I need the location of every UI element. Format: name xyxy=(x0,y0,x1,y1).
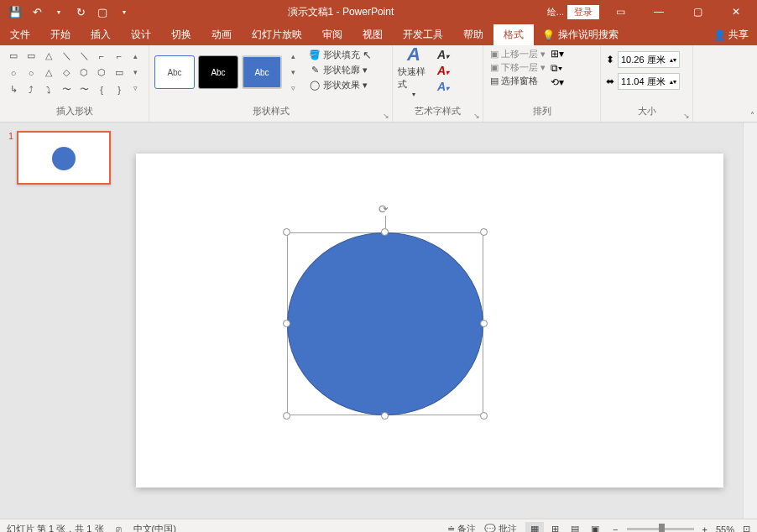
resize-handle-tl[interactable] xyxy=(283,228,290,236)
rotate-line xyxy=(385,216,386,228)
slideshow-button[interactable]: ▣ xyxy=(586,522,604,533)
redo-button[interactable]: ↻ xyxy=(70,2,91,22)
selected-shape[interactable]: ⟳ xyxy=(287,232,483,415)
align-button[interactable]: ⊞▾ xyxy=(551,48,564,60)
normal-view-button[interactable]: ▦ xyxy=(525,522,544,533)
share-button[interactable]: 👤 共享 xyxy=(705,24,757,45)
minimize-button[interactable]: — xyxy=(641,0,676,23)
send-backward-button[interactable]: ▣下移一层 ▾ xyxy=(488,61,547,74)
text-fill-button[interactable]: A▾ xyxy=(435,48,452,61)
style-gallery[interactable]: Abc Abc Abc ▴▾▿ xyxy=(154,48,299,96)
tab-help[interactable]: 帮助 xyxy=(453,24,493,45)
selection-pane-icon: ▤ xyxy=(490,76,499,86)
text-effects-button[interactable]: A▾ xyxy=(435,80,452,93)
qat-customize[interactable]: ▾ xyxy=(114,2,134,22)
shape-outline-button[interactable]: ✎形状轮廓 ▾ xyxy=(305,63,375,77)
ribbon-end: ˄ xyxy=(693,45,757,122)
height-icon: ⬍ xyxy=(606,54,614,65)
slide-editor[interactable]: ⟳ xyxy=(128,123,743,519)
shape-fill-label: 形状填充 xyxy=(323,49,360,61)
width-icon: ⬌ xyxy=(606,76,614,87)
tab-home[interactable]: 开始 xyxy=(40,24,81,45)
group-button[interactable]: ⧉▾ xyxy=(551,62,564,74)
vertical-scrollbar[interactable] xyxy=(743,123,757,519)
resize-handle-br[interactable] xyxy=(480,412,488,420)
resize-handle-b[interactable] xyxy=(381,412,389,420)
thumbnail-pane[interactable]: 1 xyxy=(0,123,128,519)
style-preset-2[interactable]: Abc xyxy=(198,55,238,89)
close-button[interactable]: ✕ xyxy=(718,0,754,23)
ribbon: ▭▭△＼＼⌐⌐ ○○△◇⬡⬡▭ ↳⤴⤵〜〜{} ▴▾▿ 插入形状 Abc Abc… xyxy=(0,45,757,123)
dialog-launcher[interactable]: ↘ xyxy=(683,112,690,120)
tab-view[interactable]: 视图 xyxy=(352,24,393,45)
quick-access-toolbar: 💾 ↶ ▾ ↻ ▢ ▾ xyxy=(0,2,134,22)
tab-design[interactable]: 设计 xyxy=(121,24,161,45)
selection-pane-button[interactable]: ▤选择窗格 xyxy=(488,75,547,87)
lightbulb-icon: 💡 xyxy=(542,29,555,41)
dialog-launcher[interactable]: ↘ xyxy=(473,112,480,120)
text-outline-button[interactable]: A▾ xyxy=(435,64,452,77)
group-insert-shapes: ▭▭△＼＼⌐⌐ ○○△◇⬡⬡▭ ↳⤴⤵〜〜{} ▴▾▿ 插入形状 xyxy=(0,45,149,122)
language-button[interactable]: 中文(中国) xyxy=(133,523,176,532)
resize-handle-l[interactable] xyxy=(283,320,290,327)
undo-button[interactable]: ↶ xyxy=(27,2,47,22)
notes-button[interactable]: ≐ 备注 xyxy=(447,523,476,532)
group-arrange: ▣上移一层 ▾ ▣下移一层 ▾ ▤选择窗格 ⊞▾ ⧉▾ ⟲▾ 排列 xyxy=(483,45,601,122)
reading-view-button[interactable]: ▤ xyxy=(566,522,584,533)
tab-insert[interactable]: 插入 xyxy=(81,24,121,45)
resize-handle-bl[interactable] xyxy=(283,412,290,420)
send-backward-icon: ▣ xyxy=(490,62,499,73)
shapes-gallery-more[interactable]: ▴▾▿ xyxy=(129,48,141,96)
tab-transitions[interactable]: 切换 xyxy=(161,24,201,45)
resize-handle-t[interactable] xyxy=(381,228,389,236)
contextual-tab-label: 绘... xyxy=(547,6,564,18)
slide-canvas[interactable]: ⟳ xyxy=(136,154,723,488)
rotate-handle[interactable]: ⟳ xyxy=(378,202,392,216)
slide-sorter-button[interactable]: ⊞ xyxy=(546,522,564,533)
collapse-ribbon-button[interactable]: ˄ xyxy=(750,111,754,120)
start-from-beginning-button[interactable]: ▢ xyxy=(92,2,112,22)
fit-to-window-button[interactable]: ⊡ xyxy=(743,524,750,532)
tab-developer[interactable]: 开发工具 xyxy=(393,24,453,45)
statusbar: 幻灯片 第 1 张，共 1 张 ⎚ 中文(中国) ≐ 备注 💬 批注 ▦ ⊞ ▤… xyxy=(0,519,757,532)
shape-effects-button[interactable]: ◯形状效果 ▾ xyxy=(305,78,375,92)
height-input[interactable]: 10.26 厘米▴▾ xyxy=(618,51,680,68)
zoom-thumb[interactable] xyxy=(659,524,665,532)
resize-handle-r[interactable] xyxy=(480,320,488,327)
login-button[interactable]: 登录 xyxy=(567,5,599,19)
slide-number: 1 xyxy=(8,131,13,185)
resize-handle-tr[interactable] xyxy=(480,228,488,236)
shape-effects-label: 形状效果 xyxy=(323,79,360,91)
ribbon-display-options[interactable]: ▭ xyxy=(603,0,638,23)
quick-styles-button[interactable]: A 快速样式 ▾ xyxy=(398,48,430,93)
tab-slideshow[interactable]: 幻灯片放映 xyxy=(242,24,312,45)
oval-shape[interactable] xyxy=(287,232,483,415)
tab-animations[interactable]: 动画 xyxy=(201,24,242,45)
ribbon-tabs: 文件 开始 插入 设计 切换 动画 幻灯片放映 审阅 视图 开发工具 帮助 格式… xyxy=(0,23,757,45)
tab-file[interactable]: 文件 xyxy=(0,24,40,45)
style-preset-3[interactable]: Abc xyxy=(242,55,282,89)
width-input[interactable]: 11.04 厘米▴▾ xyxy=(618,73,680,90)
dialog-launcher[interactable]: ↘ xyxy=(383,112,389,120)
bring-forward-button[interactable]: ▣上移一层 ▾ xyxy=(488,48,547,60)
comments-button[interactable]: 💬 批注 xyxy=(484,523,517,532)
tab-review[interactable]: 审阅 xyxy=(312,24,352,45)
spell-check-icon[interactable]: ⎚ xyxy=(116,524,122,533)
slide-thumbnail-1[interactable] xyxy=(17,131,111,185)
group-label: 艺术字样式 xyxy=(398,105,478,119)
zoom-level[interactable]: 55% xyxy=(716,524,734,533)
tell-me-search[interactable]: 💡 操作说明搜索 xyxy=(534,24,627,45)
maximize-button[interactable]: ▢ xyxy=(680,0,715,23)
zoom-out-button[interactable]: − xyxy=(613,524,618,533)
tab-format[interactable]: 格式 xyxy=(493,24,534,45)
thumbnail-shape xyxy=(52,147,76,170)
slide-count[interactable]: 幻灯片 第 1 张，共 1 张 xyxy=(7,523,104,532)
style-preset-1[interactable]: Abc xyxy=(154,55,195,89)
shapes-gallery[interactable]: ▭▭△＼＼⌐⌐ ○○△◇⬡⬡▭ ↳⤴⤵〜〜{} xyxy=(5,48,128,97)
shape-fill-button[interactable]: 🪣形状填充↖ xyxy=(305,48,375,62)
save-button[interactable]: 💾 xyxy=(5,2,25,22)
zoom-in-button[interactable]: + xyxy=(702,524,707,533)
rotate-button[interactable]: ⟲▾ xyxy=(551,76,564,88)
zoom-slider[interactable] xyxy=(627,528,694,530)
undo-dropdown[interactable]: ▾ xyxy=(49,2,69,22)
